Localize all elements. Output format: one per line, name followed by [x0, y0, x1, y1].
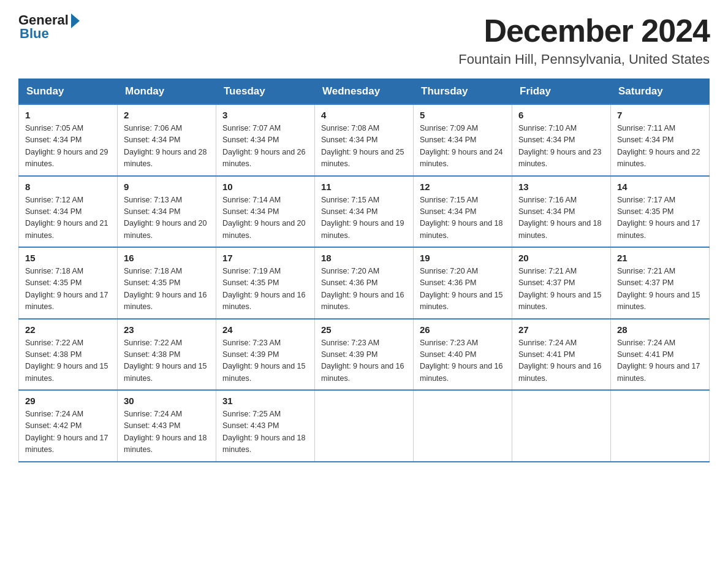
- calendar-cell: 23 Sunrise: 7:22 AMSunset: 4:38 PMDaylig…: [118, 319, 216, 391]
- day-info: Sunrise: 7:14 AMSunset: 4:34 PMDaylight:…: [222, 196, 306, 240]
- calendar-cell: 24 Sunrise: 7:23 AMSunset: 4:39 PMDaylig…: [216, 319, 315, 391]
- calendar-week-row: 15 Sunrise: 7:18 AMSunset: 4:35 PMDaylig…: [19, 247, 710, 319]
- weekday-header-tuesday: Tuesday: [216, 79, 315, 105]
- day-number: 17: [222, 253, 308, 263]
- calendar-cell: 15 Sunrise: 7:18 AMSunset: 4:35 PMDaylig…: [19, 247, 118, 319]
- weekday-header-saturday: Saturday: [611, 79, 710, 105]
- day-info: Sunrise: 7:12 AMSunset: 4:34 PMDaylight:…: [25, 196, 108, 240]
- calendar-cell: 16 Sunrise: 7:18 AMSunset: 4:35 PMDaylig…: [118, 247, 216, 319]
- day-number: 27: [518, 324, 604, 335]
- weekday-header-monday: Monday: [118, 79, 216, 105]
- day-number: 25: [321, 324, 407, 335]
- day-info: Sunrise: 7:21 AMSunset: 4:37 PMDaylight:…: [617, 267, 700, 311]
- day-number: 11: [321, 182, 407, 192]
- calendar-cell: 12 Sunrise: 7:15 AMSunset: 4:34 PMDaylig…: [414, 176, 512, 248]
- day-number: 30: [124, 396, 210, 406]
- calendar-cell: 3 Sunrise: 7:07 AMSunset: 4:34 PMDayligh…: [216, 104, 315, 176]
- calendar-table: SundayMondayTuesdayWednesdayThursdayFrid…: [18, 79, 710, 462]
- day-info: Sunrise: 7:13 AMSunset: 4:34 PMDaylight:…: [124, 196, 207, 240]
- calendar-cell: [512, 390, 611, 462]
- day-number: 19: [420, 253, 506, 263]
- day-info: Sunrise: 7:07 AMSunset: 4:34 PMDaylight:…: [222, 124, 306, 168]
- calendar-cell: 26 Sunrise: 7:23 AMSunset: 4:40 PMDaylig…: [414, 319, 512, 391]
- location-subtitle: Fountain Hill, Pennsylvania, United Stat…: [458, 52, 710, 67]
- calendar-cell: 27 Sunrise: 7:24 AMSunset: 4:41 PMDaylig…: [512, 319, 611, 391]
- day-info: Sunrise: 7:19 AMSunset: 4:35 PMDaylight:…: [222, 267, 306, 311]
- day-number: 15: [25, 253, 111, 263]
- day-info: Sunrise: 7:11 AMSunset: 4:34 PMDaylight:…: [617, 124, 700, 168]
- day-number: 18: [321, 253, 407, 263]
- calendar-cell: 7 Sunrise: 7:11 AMSunset: 4:34 PMDayligh…: [611, 104, 710, 176]
- day-info: Sunrise: 7:24 AMSunset: 4:43 PMDaylight:…: [124, 410, 207, 454]
- calendar-cell: 2 Sunrise: 7:06 AMSunset: 4:34 PMDayligh…: [118, 104, 216, 176]
- calendar-cell: 11 Sunrise: 7:15 AMSunset: 4:34 PMDaylig…: [315, 176, 414, 248]
- calendar-cell: 31 Sunrise: 7:25 AMSunset: 4:43 PMDaylig…: [216, 390, 315, 462]
- calendar-cell: [414, 390, 512, 462]
- day-number: 31: [222, 396, 308, 406]
- day-info: Sunrise: 7:17 AMSunset: 4:35 PMDaylight:…: [617, 196, 700, 240]
- logo-blue-text: Blue: [20, 26, 49, 42]
- calendar-cell: 18 Sunrise: 7:20 AMSunset: 4:36 PMDaylig…: [315, 247, 414, 319]
- day-number: 9: [124, 182, 210, 192]
- day-number: 24: [222, 324, 308, 335]
- calendar-cell: 30 Sunrise: 7:24 AMSunset: 4:43 PMDaylig…: [118, 390, 216, 462]
- calendar-cell: 13 Sunrise: 7:16 AMSunset: 4:34 PMDaylig…: [512, 176, 611, 248]
- calendar-cell: 17 Sunrise: 7:19 AMSunset: 4:35 PMDaylig…: [216, 247, 315, 319]
- calendar-week-row: 22 Sunrise: 7:22 AMSunset: 4:38 PMDaylig…: [19, 319, 710, 391]
- day-number: 21: [617, 253, 703, 263]
- day-info: Sunrise: 7:10 AMSunset: 4:34 PMDaylight:…: [518, 124, 602, 168]
- day-info: Sunrise: 7:06 AMSunset: 4:34 PMDaylight:…: [124, 124, 207, 168]
- day-number: 20: [518, 253, 604, 263]
- day-info: Sunrise: 7:23 AMSunset: 4:39 PMDaylight:…: [321, 339, 404, 383]
- day-info: Sunrise: 7:09 AMSunset: 4:34 PMDaylight:…: [420, 124, 503, 168]
- calendar-cell: 20 Sunrise: 7:21 AMSunset: 4:37 PMDaylig…: [512, 247, 611, 319]
- day-info: Sunrise: 7:16 AMSunset: 4:34 PMDaylight:…: [518, 196, 602, 240]
- day-number: 6: [518, 110, 604, 120]
- day-info: Sunrise: 7:20 AMSunset: 4:36 PMDaylight:…: [321, 267, 404, 311]
- day-number: 13: [518, 182, 604, 192]
- day-info: Sunrise: 7:21 AMSunset: 4:37 PMDaylight:…: [518, 267, 602, 311]
- day-info: Sunrise: 7:15 AMSunset: 4:34 PMDaylight:…: [420, 196, 503, 240]
- calendar-cell: 14 Sunrise: 7:17 AMSunset: 4:35 PMDaylig…: [611, 176, 710, 248]
- weekday-header-friday: Friday: [512, 79, 611, 105]
- day-number: 5: [420, 110, 506, 120]
- calendar-cell: 28 Sunrise: 7:24 AMSunset: 4:41 PMDaylig…: [611, 319, 710, 391]
- day-number: 10: [222, 182, 308, 192]
- day-number: 12: [420, 182, 506, 192]
- day-number: 16: [124, 253, 210, 263]
- calendar-cell: 22 Sunrise: 7:22 AMSunset: 4:38 PMDaylig…: [19, 319, 118, 391]
- day-number: 23: [124, 324, 210, 335]
- weekday-header-sunday: Sunday: [19, 79, 118, 105]
- calendar-cell: 10 Sunrise: 7:14 AMSunset: 4:34 PMDaylig…: [216, 176, 315, 248]
- calendar-week-row: 8 Sunrise: 7:12 AMSunset: 4:34 PMDayligh…: [19, 176, 710, 248]
- day-number: 2: [124, 110, 210, 120]
- day-number: 22: [25, 324, 111, 335]
- day-number: 8: [25, 182, 111, 192]
- day-info: Sunrise: 7:23 AMSunset: 4:39 PMDaylight:…: [222, 339, 306, 383]
- calendar-cell: 25 Sunrise: 7:23 AMSunset: 4:39 PMDaylig…: [315, 319, 414, 391]
- day-info: Sunrise: 7:24 AMSunset: 4:42 PMDaylight:…: [25, 410, 108, 454]
- day-info: Sunrise: 7:18 AMSunset: 4:35 PMDaylight:…: [124, 267, 207, 311]
- day-info: Sunrise: 7:25 AMSunset: 4:43 PMDaylight:…: [222, 410, 306, 454]
- calendar-week-row: 1 Sunrise: 7:05 AMSunset: 4:34 PMDayligh…: [19, 104, 710, 176]
- day-info: Sunrise: 7:24 AMSunset: 4:41 PMDaylight:…: [518, 339, 602, 383]
- calendar-cell: 21 Sunrise: 7:21 AMSunset: 4:37 PMDaylig…: [611, 247, 710, 319]
- day-info: Sunrise: 7:23 AMSunset: 4:40 PMDaylight:…: [420, 339, 503, 383]
- calendar-cell: [315, 390, 414, 462]
- day-info: Sunrise: 7:15 AMSunset: 4:34 PMDaylight:…: [321, 196, 404, 240]
- day-info: Sunrise: 7:05 AMSunset: 4:34 PMDaylight:…: [25, 124, 108, 168]
- calendar-cell: 29 Sunrise: 7:24 AMSunset: 4:42 PMDaylig…: [19, 390, 118, 462]
- day-number: 26: [420, 324, 506, 335]
- calendar-cell: 8 Sunrise: 7:12 AMSunset: 4:34 PMDayligh…: [19, 176, 118, 248]
- page-title: December 2024: [458, 12, 710, 49]
- calendar-cell: 9 Sunrise: 7:13 AMSunset: 4:34 PMDayligh…: [118, 176, 216, 248]
- calendar-cell: 5 Sunrise: 7:09 AMSunset: 4:34 PMDayligh…: [414, 104, 512, 176]
- day-info: Sunrise: 7:18 AMSunset: 4:35 PMDaylight:…: [25, 267, 108, 311]
- day-number: 7: [617, 110, 703, 120]
- day-number: 1: [25, 110, 111, 120]
- day-info: Sunrise: 7:22 AMSunset: 4:38 PMDaylight:…: [25, 339, 108, 383]
- day-number: 28: [617, 324, 703, 335]
- day-number: 4: [321, 110, 407, 120]
- day-number: 3: [222, 110, 308, 120]
- weekday-header-wednesday: Wednesday: [315, 79, 414, 105]
